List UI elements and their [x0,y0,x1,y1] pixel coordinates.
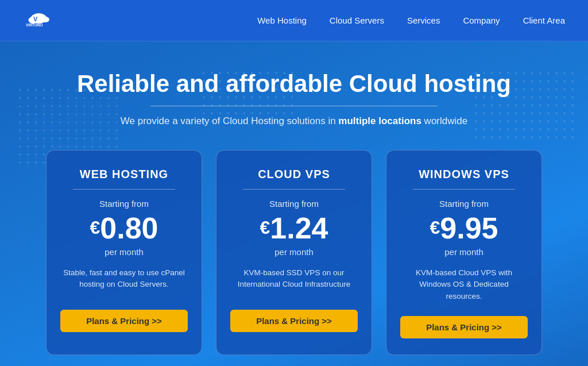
hero-section: Reliable and affordable Cloud hosting We… [0,41,588,366]
nav-company[interactable]: Company [463,16,500,25]
svg-text:VIRTONO: VIRTONO [26,23,43,27]
card-cloud-vps-divider [243,189,345,190]
svg-point-2 [41,17,49,22]
card-web-hosting-divider [73,189,175,190]
card-web-hosting-btn[interactable]: Plans & Pricing >> [60,310,188,332]
nav-client-area[interactable]: Client Area [523,16,565,25]
nav-web-hosting[interactable]: Web Hosting [257,16,307,25]
logo[interactable]: V VIRTONO [23,6,57,35]
card-web-hosting-per-month: per month [60,247,188,257]
card-windows-vps: WINDOWS VPS Starting from €9.95 per mont… [386,150,542,355]
card-cloud-vps-currency: € [260,218,270,238]
hero-divider [150,106,438,106]
card-windows-vps-desc: KVM-based Cloud VPS with Windows OS & De… [400,267,528,302]
card-windows-vps-currency: € [430,218,440,238]
card-web-hosting-title: WEB HOSTING [60,168,188,181]
svg-text:V: V [33,16,38,22]
card-web-hosting-currency: € [90,218,100,238]
card-cloud-vps-per-month: per month [230,247,358,257]
card-web-hosting-price: €0.80 [60,212,188,245]
svg-rect-8 [201,70,293,128]
main-nav: Web Hosting Cloud Servers Services Compa… [257,16,565,25]
svg-rect-10 [473,70,577,139]
card-cloud-vps-desc: KVM-based SSD VPS on our International C… [230,267,358,296]
card-windows-vps-starting-from: Starting from [400,199,528,209]
card-windows-vps-btn[interactable]: Plans & Pricing >> [400,316,528,338]
card-cloud-vps-starting-from: Starting from [230,199,358,209]
card-cloud-vps-price: €1.24 [230,212,358,245]
card-windows-vps-per-month: per month [400,247,528,257]
card-windows-vps-price: €9.95 [400,212,528,245]
header: V VIRTONO Web Hosting Cloud Servers Serv… [0,0,588,41]
pricing-cards: WEB HOSTING Starting from €0.80 per mont… [23,150,565,366]
card-cloud-vps-title: CLOUD VPS [230,168,358,181]
nav-services[interactable]: Services [407,16,440,25]
card-web-hosting: WEB HOSTING Starting from €0.80 per mont… [46,150,202,355]
card-web-hosting-desc: Stable, fast and easy to use cPanel host… [60,267,188,296]
card-cloud-vps-btn[interactable]: Plans & Pricing >> [230,310,358,332]
card-windows-vps-title: WINDOWS VPS [400,168,528,181]
nav-cloud-servers[interactable]: Cloud Servers [330,16,384,25]
card-web-hosting-starting-from: Starting from [60,199,188,209]
card-cloud-vps: CLOUD VPS Starting from €1.24 per month … [216,150,372,355]
card-windows-vps-divider [413,189,515,190]
